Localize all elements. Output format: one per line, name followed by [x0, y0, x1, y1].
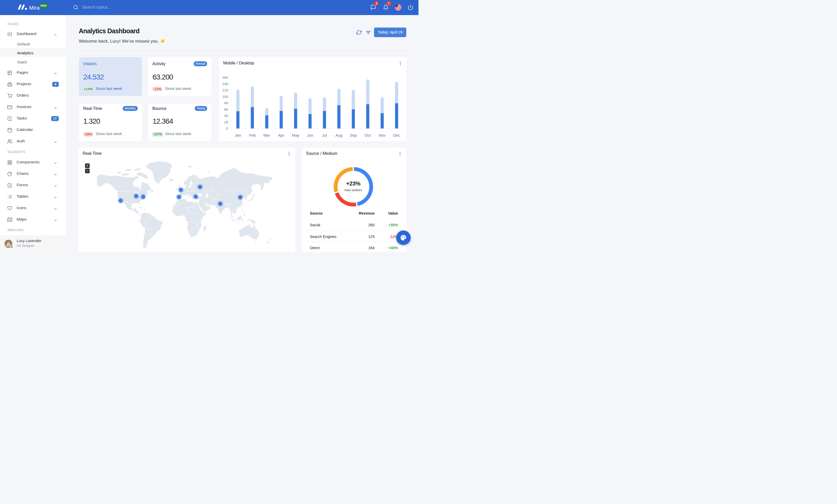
- svg-text:160: 160: [222, 75, 228, 79]
- svg-text:80: 80: [224, 101, 228, 105]
- svg-text:Mar: Mar: [263, 133, 270, 137]
- svg-text:Apr: Apr: [278, 133, 284, 137]
- svg-text:140: 140: [222, 82, 228, 86]
- svg-text:Sep: Sep: [350, 133, 357, 137]
- svg-text:20: 20: [224, 120, 228, 124]
- svg-text:0: 0: [226, 127, 228, 130]
- svg-text:120: 120: [222, 88, 228, 92]
- svg-text:May: May: [292, 133, 300, 137]
- svg-text:Jun: Jun: [307, 133, 313, 137]
- svg-text:Aug: Aug: [335, 133, 342, 137]
- svg-text:Dec: Dec: [393, 133, 400, 137]
- svg-text:Nov: Nov: [378, 133, 386, 137]
- svg-text:Oct: Oct: [365, 133, 371, 137]
- svg-text:100: 100: [222, 95, 228, 98]
- svg-text:40: 40: [224, 114, 228, 118]
- svg-text:Feb: Feb: [249, 133, 255, 137]
- svg-text:Jan: Jan: [235, 133, 241, 137]
- svg-text:60: 60: [224, 107, 228, 111]
- svg-text:Jul: Jul: [322, 133, 327, 137]
